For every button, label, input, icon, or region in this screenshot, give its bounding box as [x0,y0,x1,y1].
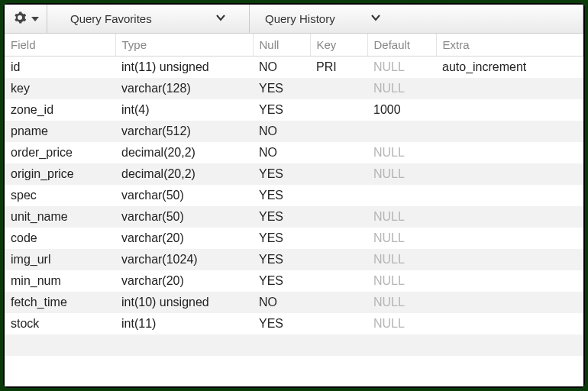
cell-type: varchar(128) [115,78,253,99]
cell-null: YES [253,270,310,292]
table-row[interactable]: origin_pricedecimal(20,2)YESNULL [5,163,583,185]
cell-extra [436,270,583,292]
table-row[interactable]: fetch_timeint(10) unsignedNONULL [5,292,583,313]
cell-extra [436,185,583,206]
cell-field: stock [5,313,115,334]
table-row[interactable]: min_numvarchar(20)YESNULL [5,270,583,292]
cell-key [310,163,367,185]
cell-default: NULL [367,292,436,313]
col-null[interactable]: Null [253,34,310,57]
table-row[interactable]: zone_idint(4)YES1000 [5,99,583,121]
query-favorites-button[interactable]: Query Favorites [47,5,250,33]
table-row[interactable]: keyvarchar(128)YESNULL [5,78,583,99]
settings-button[interactable] [5,5,47,33]
cell-extra [436,206,583,228]
cell-type: varchar(50) [115,206,253,228]
col-type[interactable]: Type [115,34,253,57]
cell-extra [436,228,583,249]
cell-field: img_url [5,249,115,270]
cell-key [310,121,367,142]
cell-type: varchar(1024) [115,249,253,270]
cell-null: YES [253,206,310,228]
cell-key [310,292,367,313]
col-key[interactable]: Key [310,34,367,57]
cell-default: NULL [367,57,436,79]
cell-field: key [5,78,115,99]
cell-default: NULL [367,313,436,334]
cell-default: 1000 [367,99,436,121]
col-extra[interactable]: Extra [436,34,583,57]
cell-null: YES [253,313,310,334]
cell-key [310,313,367,334]
table-row[interactable]: stockint(11)YESNULL [5,313,583,334]
table-row[interactable]: idint(11) unsignedNOPRINULLauto_incremen… [5,57,583,79]
cell-key [310,99,367,121]
cell-null: YES [253,78,310,99]
gear-icon [13,11,27,27]
toolbar: Query Favorites Query History [5,5,583,34]
cell-type: varchar(50) [115,185,253,206]
table-row[interactable]: order_pricedecimal(20,2)NONULL [5,142,583,163]
cell-key [310,78,367,99]
table-row[interactable]: pnamevarchar(512)NO [5,121,583,142]
chevron-down-icon [370,12,381,25]
cell-field: id [5,57,115,79]
cell-null: NO [253,292,310,313]
cell-field: min_num [5,270,115,292]
cell-field: order_price [5,142,115,163]
cell-type: varchar(20) [115,270,253,292]
table-row[interactable]: codevarchar(20)YESNULL [5,228,583,249]
cell-field: pname [5,121,115,142]
query-history-label: Query History [265,12,335,25]
cell-default: NULL [367,206,436,228]
cell-extra [436,99,583,121]
cell-null: YES [253,99,310,121]
cell-null: YES [253,228,310,249]
cell-extra [436,78,583,99]
cell-default [367,121,436,142]
schema-table: Field Type Null Key Default Extra idint(… [5,34,583,386]
cell-field: zone_id [5,99,115,121]
table-row-empty [5,334,583,356]
cell-null: NO [253,57,310,79]
cell-type: varchar(20) [115,228,253,249]
query-history-button[interactable]: Query History [250,5,583,33]
cell-null: NO [253,142,310,163]
header-row: Field Type Null Key Default Extra [5,34,583,57]
cell-extra [436,313,583,334]
cell-type: int(10) unsigned [115,292,253,313]
cell-null: YES [253,185,310,206]
cell-field: origin_price [5,163,115,185]
col-field[interactable]: Field [5,34,115,57]
cell-default: NULL [367,228,436,249]
cell-default: NULL [367,270,436,292]
cell-type: int(4) [115,99,253,121]
cell-default [367,185,436,206]
cell-default: NULL [367,163,436,185]
table-row[interactable]: specvarchar(50)YES [5,185,583,206]
cell-field: code [5,228,115,249]
query-favorites-label: Query Favorites [70,12,152,25]
caret-down-icon [31,12,39,25]
cell-default: NULL [367,249,436,270]
cell-type: int(11) unsigned [115,57,253,79]
cell-key [310,185,367,206]
window-frame: Query Favorites Query History Field Type… [3,3,585,388]
cell-extra [436,121,583,142]
cell-key [310,142,367,163]
cell-default: NULL [367,142,436,163]
cell-extra [436,163,583,185]
cell-null: YES [253,249,310,270]
cell-type: decimal(20,2) [115,142,253,163]
table-row[interactable]: img_urlvarchar(1024)YESNULL [5,249,583,270]
cell-field: spec [5,185,115,206]
cell-default: NULL [367,78,436,99]
table-row[interactable]: unit_namevarchar(50)YESNULL [5,206,583,228]
col-default[interactable]: Default [367,34,436,57]
cell-key [310,270,367,292]
cell-null: NO [253,121,310,142]
cell-key: PRI [310,57,367,79]
chevron-down-icon [215,12,226,25]
cell-type: int(11) [115,313,253,334]
cell-null: YES [253,163,310,185]
